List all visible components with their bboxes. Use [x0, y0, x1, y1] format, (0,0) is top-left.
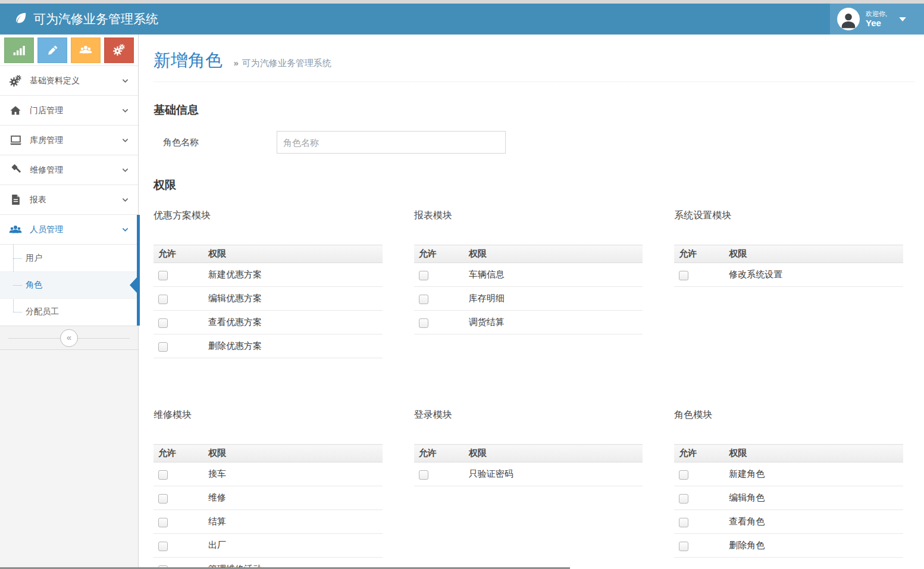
permissions-heading: 权限 [154, 177, 914, 193]
permission-column-header: 权限 [464, 445, 643, 462]
submenu-staff: 用户角色分配员工 [0, 244, 138, 325]
basic-info-heading: 基础信息 [154, 102, 914, 118]
module-card-5: 角色模块允许权限新建角色编辑角色查看角色删除角色 [674, 409, 914, 569]
navbar: 可为汽修业务管理系统 欢迎你, Yee [0, 4, 924, 35]
module-card-4: 登录模块允许权限只验证密码 [414, 409, 654, 569]
role-name-input[interactable] [277, 131, 506, 154]
module-name: 登录模块 [414, 409, 654, 421]
permission-row: 调货结算 [414, 311, 643, 334]
permission-label: 删除优惠方案 [203, 334, 383, 358]
active-item-arrow-icon [130, 277, 137, 293]
sidebar: 基础资料定义门店管理库房管理维修管理报表人员管理用户角色分配员工 « [0, 35, 139, 569]
permission-checkbox[interactable] [158, 295, 168, 304]
permission-checkbox[interactable] [419, 470, 428, 480]
sidebar-shortcuts [0, 35, 138, 65]
module-name: 维修模块 [154, 409, 394, 421]
sidebar-item-repair[interactable]: 维修管理 [0, 155, 138, 185]
permission-column-header: 权限 [203, 245, 383, 263]
permission-checkbox[interactable] [158, 271, 168, 280]
user-menu[interactable]: 欢迎你, Yee [830, 4, 924, 35]
permission-row: 车辆信息 [414, 263, 643, 287]
gavel-icon [8, 164, 23, 176]
permission-row: 只验证密码 [414, 462, 643, 486]
chevron-down-icon [122, 168, 129, 173]
permission-row: 查看角色 [674, 510, 903, 534]
active-item-indicator [137, 215, 140, 326]
permission-checkbox[interactable] [419, 318, 428, 328]
permissions-table: 允许权限接车维修结算出厂管理维修活动回访 [154, 444, 383, 569]
permission-checkbox[interactable] [158, 494, 168, 504]
page-header: 新增角色 »可为汽修业务管理系统 [154, 35, 914, 82]
permission-row: 删除优惠方案 [154, 334, 383, 358]
permission-label: 维修 [203, 486, 383, 510]
module-card-3: 维修模块允许权限接车维修结算出厂管理维修活动回访 [154, 409, 394, 569]
module-name: 系统设置模块 [674, 210, 914, 222]
main-content: 新增角色 »可为汽修业务管理系统 基础信息 角色名称 权限 优惠方案模块允许权限… [139, 35, 924, 569]
submenu-item-users[interactable]: 用户 [0, 245, 138, 271]
permission-checkbox[interactable] [158, 518, 168, 527]
users-shortcut-button[interactable] [71, 37, 101, 63]
module-card-0: 优惠方案模块允许权限新建优惠方案编辑优惠方案查看优惠方案删除优惠方案 [154, 210, 394, 358]
page-title: 新增角色 [154, 51, 223, 70]
permissions-table: 允许权限新建角色编辑角色查看角色删除角色 [674, 444, 903, 558]
sidebar-item-stores[interactable]: 门店管理 [0, 95, 138, 125]
submenu-item-assign-staff[interactable]: 分配员工 [0, 298, 138, 325]
chevron-down-icon [122, 138, 129, 143]
sidebar-collapse-button[interactable]: « [60, 329, 78, 347]
chevron-down-icon [122, 198, 129, 202]
gears-icon [8, 75, 23, 87]
permission-row: 结算 [154, 510, 383, 534]
permission-row: 出厂 [154, 534, 383, 558]
leaf-icon [14, 11, 27, 27]
permission-checkbox[interactable] [158, 342, 168, 352]
submenu-item-roles[interactable]: 角色 [0, 271, 138, 298]
module-name: 优惠方案模块 [154, 210, 394, 222]
gears-icon [113, 44, 125, 56]
permission-row: 维修 [154, 486, 383, 510]
permission-checkbox[interactable] [158, 542, 168, 551]
permission-checkbox[interactable] [158, 318, 168, 328]
module-card-2: 系统设置模块允许权限修改系统设置 [674, 210, 914, 358]
permission-checkbox[interactable] [419, 271, 428, 280]
permission-checkbox[interactable] [679, 542, 688, 551]
caret-down-icon [899, 17, 906, 21]
permission-label: 编辑优惠方案 [203, 287, 383, 311]
permission-checkbox[interactable] [679, 271, 688, 280]
permission-modules: 优惠方案模块允许权限新建优惠方案编辑优惠方案查看优惠方案删除优惠方案报表模块允许… [154, 210, 914, 569]
permission-checkbox[interactable] [419, 295, 428, 304]
desktop-icon [8, 135, 23, 146]
allow-column-header: 允许 [674, 445, 724, 462]
settings-shortcut-button[interactable] [104, 37, 134, 63]
users-icon [8, 224, 23, 235]
chart-bars-icon [13, 44, 26, 56]
file-icon [8, 194, 23, 205]
permission-checkbox[interactable] [679, 518, 688, 527]
home-icon [8, 105, 23, 117]
permission-label: 新建优惠方案 [203, 263, 383, 287]
sidebar-filler [0, 350, 138, 569]
pencil-shortcut-button[interactable] [37, 37, 67, 63]
sidebar-item-base-data[interactable]: 基础资料定义 [0, 65, 138, 95]
username: Yee [866, 18, 887, 28]
permission-row: 删除角色 [674, 534, 903, 558]
permission-label: 接车 [203, 462, 383, 486]
permission-label: 结算 [203, 510, 383, 534]
permission-row: 接车 [154, 462, 383, 486]
sidebar-item-warehouse[interactable]: 库房管理 [0, 125, 138, 155]
permission-row: 编辑角色 [674, 486, 903, 510]
permission-checkbox[interactable] [679, 470, 688, 480]
role-name-label: 角色名称 [154, 137, 277, 148]
permission-checkbox[interactable] [158, 470, 168, 480]
chart-shortcut-button[interactable] [4, 37, 34, 63]
permission-checkbox[interactable] [679, 494, 688, 504]
sidebar-item-reports[interactable]: 报表 [0, 185, 138, 214]
permission-label: 删除角色 [724, 534, 903, 558]
breadcrumb-separator: » [233, 58, 238, 68]
permission-label: 修改系统设置 [724, 263, 903, 287]
sidebar-item-staff[interactable]: 人员管理 [0, 214, 138, 244]
welcome-text: 欢迎你, [866, 10, 887, 18]
allow-column-header: 允许 [414, 245, 464, 263]
avatar[interactable] [837, 8, 860, 30]
sidebar-menu: 基础资料定义门店管理库房管理维修管理报表人员管理用户角色分配员工 [0, 65, 138, 325]
module-name: 角色模块 [674, 409, 914, 421]
